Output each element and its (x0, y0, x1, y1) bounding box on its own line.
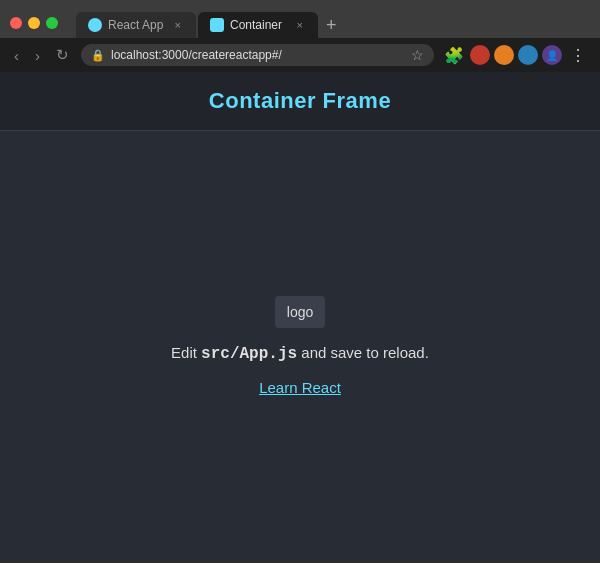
address-bar: ‹ › ↻ 🔒 ☆ 🧩 👤 ⋮ (0, 38, 600, 72)
edit-text-after: and save to reload. (297, 344, 429, 361)
profile-avatar[interactable]: 👤 (542, 45, 562, 65)
profile-icon-3[interactable] (518, 45, 538, 65)
logo-alt-text: logo (287, 304, 313, 320)
toolbar-icons: 🧩 👤 ⋮ (442, 43, 590, 67)
learn-react-link[interactable]: Learn React (259, 379, 341, 396)
tab-container[interactable]: Container × (198, 12, 318, 38)
menu-button[interactable]: ⋮ (566, 43, 590, 67)
back-button[interactable]: ‹ (10, 45, 23, 66)
tab-container-close[interactable]: × (294, 18, 306, 32)
new-tab-button[interactable]: + (320, 16, 343, 38)
container-favicon-icon (210, 18, 224, 32)
page-header: Container Frame (0, 72, 600, 131)
tab-react-app[interactable]: React App × (76, 12, 196, 38)
edit-text-before: Edit (171, 344, 201, 361)
tab-container-label: Container (230, 18, 282, 32)
tabs-bar: React App × Container × + (66, 8, 353, 38)
edit-code: src/App.js (201, 345, 297, 363)
page-main: logo Edit src/App.js and save to reload.… (0, 131, 600, 561)
page-title: Container Frame (20, 88, 580, 114)
bookmark-icon[interactable]: ☆ (411, 47, 424, 63)
tab-react-app-close[interactable]: × (172, 18, 184, 32)
edit-instruction: Edit src/App.js and save to reload. (171, 344, 429, 363)
window-minimize-button[interactable] (28, 17, 40, 29)
profile-icon-2[interactable] (494, 45, 514, 65)
window-close-button[interactable] (10, 17, 22, 29)
tab-react-app-label: React App (108, 18, 163, 32)
extensions-button[interactable]: 🧩 (442, 43, 466, 67)
address-input-wrapper[interactable]: 🔒 ☆ (81, 44, 434, 66)
forward-button[interactable]: › (31, 45, 44, 66)
profile-icon-1[interactable] (470, 45, 490, 65)
lock-icon: 🔒 (91, 49, 105, 62)
title-bar: React App × Container × + (0, 0, 600, 38)
page-content: Container Frame logo Edit src/App.js and… (0, 72, 600, 561)
reload-button[interactable]: ↻ (52, 44, 73, 66)
window-maximize-button[interactable] (46, 17, 58, 29)
browser-chrome: React App × Container × + ‹ › ↻ 🔒 ☆ 🧩 (0, 0, 600, 72)
address-input[interactable] (111, 48, 405, 62)
logo-image: logo (275, 296, 325, 328)
react-favicon-icon (88, 18, 102, 32)
window-controls (10, 17, 58, 29)
